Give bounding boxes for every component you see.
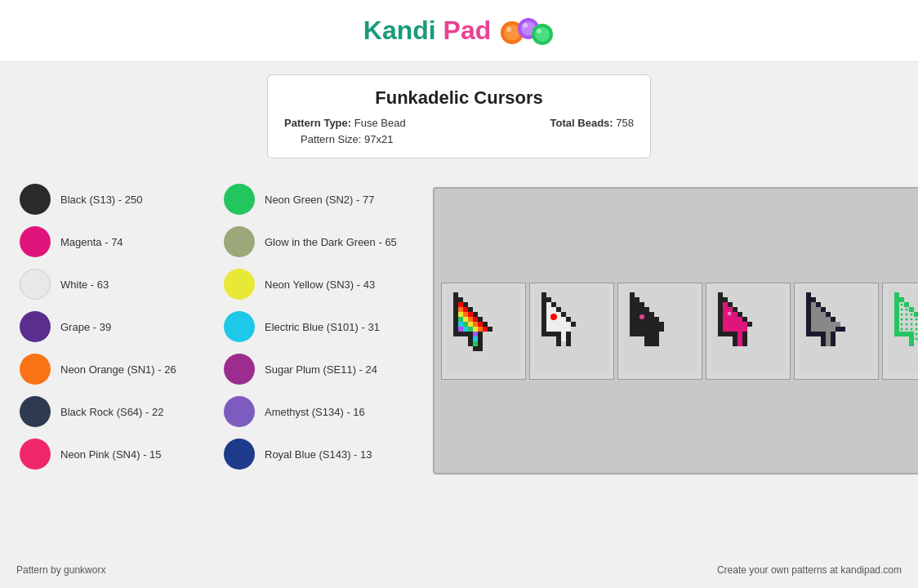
svg-point-315 [906,323,908,325]
svg-rect-132 [639,322,644,327]
svg-rect-219 [816,302,821,307]
svg-rect-128 [639,302,644,307]
svg-point-1 [504,24,520,41]
svg-rect-237 [811,312,816,317]
svg-rect-10 [453,292,458,297]
color-label: Sugar Plum (SE11) - 24 [265,363,377,376]
svg-rect-55 [478,327,483,332]
svg-rect-137 [644,317,649,322]
svg-point-307 [901,308,903,310]
svg-rect-16 [453,322,458,327]
color-circle [224,354,255,385]
svg-rect-177 [733,332,738,336]
svg-rect-39 [458,317,463,322]
color-circle [224,184,255,215]
svg-rect-164 [718,312,723,317]
svg-rect-254 [831,327,836,332]
color-item: Black Rock (S64) - 22 [16,391,212,432]
svg-rect-47 [468,312,473,317]
svg-rect-167 [718,327,723,332]
svg-rect-258 [836,322,840,327]
svg-rect-105 [561,332,566,336]
svg-rect-255 [826,332,831,336]
svg-rect-211 [806,302,811,307]
svg-rect-91 [546,322,551,327]
svg-rect-98 [556,312,561,317]
svg-rect-163 [718,307,723,312]
svg-rect-58 [473,336,478,341]
svg-rect-193 [728,322,733,327]
svg-rect-224 [840,327,845,332]
svg-rect-150 [654,317,659,322]
svg-rect-46 [463,327,468,332]
svg-rect-114 [630,307,635,312]
logo-beads-icon [497,8,555,53]
color-label: Neon Orange (SN1) - 26 [60,363,176,376]
svg-rect-172 [738,312,742,317]
cursor-panel-2 [529,283,614,380]
svg-rect-221 [826,312,831,317]
color-label: Royal Blue (S143) - 13 [265,448,372,461]
svg-rect-61 [478,346,483,351]
logo-kandi: Kandi [363,16,436,45]
svg-rect-38 [458,312,463,317]
svg-point-319 [911,323,913,325]
svg-point-320 [911,327,913,330]
svg-rect-19 [458,297,463,302]
cursor-panel-4 [706,283,791,380]
svg-point-306 [901,303,903,305]
pattern-type-label: Pattern Type: [284,117,351,129]
svg-rect-217 [806,332,811,336]
svg-rect-96 [551,322,556,327]
svg-rect-48 [468,317,473,322]
svg-rect-243 [816,317,821,322]
svg-rect-69 [541,322,546,327]
color-item: Electric Blue (S101) - 31 [221,306,417,347]
svg-rect-275 [899,332,904,336]
color-label: White - 63 [60,278,109,291]
color-circle [20,226,51,257]
svg-rect-97 [551,327,556,332]
pattern-meta-row1: Pattern Type: Fuse Bead Total Beads: 758 [284,117,634,129]
svg-rect-18 [453,332,458,336]
logo-pad: Pad [443,16,492,45]
svg-rect-14 [453,312,458,317]
color-item: Neon Pink (SN4) - 15 [16,434,212,474]
color-label: Grape - 39 [60,321,111,333]
svg-rect-89 [546,312,551,317]
svg-rect-169 [723,297,728,302]
svg-rect-277 [909,332,914,336]
main-content: Black (S13) - 250Magenta - 74White - 63G… [0,171,918,483]
svg-rect-60 [473,346,478,351]
color-item: Grape - 39 [16,306,212,347]
svg-rect-231 [831,332,836,336]
svg-rect-186 [723,312,728,317]
svg-rect-253 [831,322,836,327]
svg-rect-213 [806,312,811,317]
svg-rect-249 [821,327,826,332]
svg-rect-70 [541,327,546,332]
svg-rect-57 [473,332,478,336]
svg-rect-251 [826,322,831,327]
svg-rect-154 [654,336,659,341]
color-circle [224,311,255,342]
svg-rect-174 [747,322,752,327]
create-text: Create your own patterns at kandipad.com [717,564,902,576]
svg-rect-239 [811,322,816,327]
svg-rect-140 [644,332,649,336]
color-item: Amethyst (S134) - 16 [221,391,417,432]
svg-rect-264 [894,312,899,317]
svg-rect-113 [630,302,635,307]
color-circle [20,396,51,427]
svg-rect-66 [541,307,546,312]
svg-rect-246 [821,312,826,317]
logo-text: Kandi Pad [363,16,491,46]
svg-rect-189 [723,327,728,332]
svg-rect-12 [453,302,458,307]
svg-rect-65 [541,302,546,307]
svg-rect-88 [546,307,551,312]
svg-rect-267 [894,327,899,332]
svg-rect-21 [468,307,473,312]
svg-rect-207 [728,312,731,315]
svg-rect-204 [738,332,742,336]
